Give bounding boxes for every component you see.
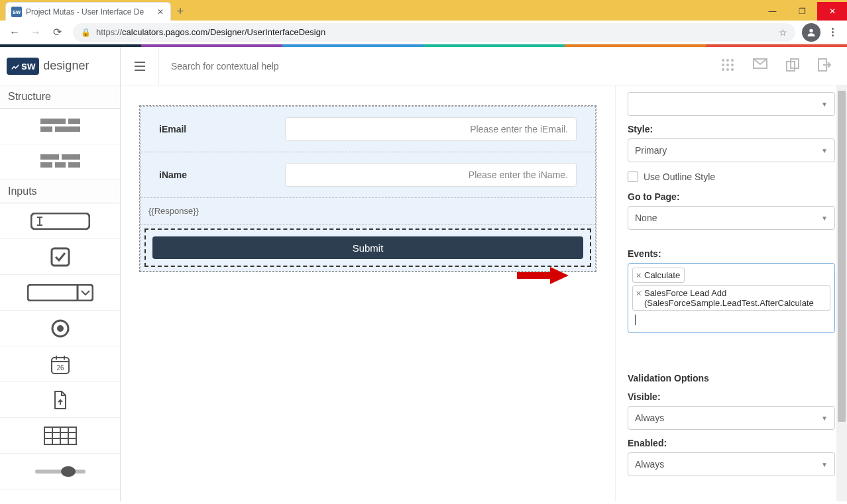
submit-button[interactable]: Submit (152, 236, 583, 259)
menu-toggle-button[interactable] (121, 47, 159, 85)
svg-rect-2 (68, 119, 80, 124)
svg-rect-48 (517, 272, 550, 279)
url-path: calculators.pagos.com/Designer/UserInter… (122, 27, 325, 37)
apps-grid-icon[interactable] (721, 58, 734, 74)
visible-select[interactable]: Always ▼ (628, 406, 835, 430)
palette-rows-1[interactable] (0, 109, 120, 144)
url-protocol: https:// (96, 27, 122, 37)
events-label: Events: (628, 248, 835, 259)
minimize-button[interactable]: — (758, 2, 787, 21)
events-input[interactable]: ✕ Calculate ✕ SalesForce Lead Add(SalesF… (628, 263, 835, 333)
gotopage-select[interactable]: None ▼ (628, 206, 835, 230)
panel-scrollbar-thumb[interactable] (838, 91, 846, 422)
top-empty-select[interactable]: ▼ (628, 92, 835, 116)
remove-event-icon[interactable]: ✕ (636, 288, 642, 298)
reload-button[interactable]: ⟳ (48, 23, 66, 42)
svg-rect-1 (40, 119, 66, 124)
chevron-down-icon: ▼ (821, 101, 828, 108)
svg-rect-30 (35, 470, 85, 474)
design-canvas[interactable]: iEmail Please enter the iEmail. iName Pl… (121, 85, 615, 501)
event-tag-calculate[interactable]: ✕ Calculate (632, 268, 685, 283)
svg-rect-8 (55, 162, 66, 168)
browser-menu-button[interactable] (823, 23, 842, 42)
chevron-down-icon: ▼ (821, 215, 828, 222)
style-select[interactable]: Primary ▼ (628, 138, 835, 162)
enabled-select[interactable]: Always ▼ (628, 452, 835, 476)
svg-point-0 (809, 28, 813, 32)
svg-point-37 (731, 59, 734, 62)
palette-slider[interactable] (0, 454, 120, 489)
palette-datepicker[interactable]: 26 (0, 346, 120, 382)
annotation-arrow-icon (517, 266, 570, 284)
palette-dropdown[interactable] (0, 275, 120, 311)
palette-table[interactable] (0, 418, 120, 454)
palette-textinput[interactable] (0, 203, 120, 239)
lock-icon: 🔒 (81, 28, 91, 37)
iname-input[interactable]: Please enter the iName. (285, 163, 577, 187)
chevron-down-icon: ▼ (821, 147, 828, 154)
svg-marker-49 (550, 267, 569, 284)
outline-style-checkbox-row[interactable]: Use Outline Style (628, 172, 835, 182)
chevron-down-icon: ▼ (821, 415, 828, 422)
response-row[interactable]: {{Response}} (141, 198, 595, 225)
events-text-cursor[interactable] (631, 312, 832, 330)
back-button[interactable]: ← (5, 23, 24, 42)
properties-panel: ▼ Style: Primary ▼ Use Outline Style Go … (615, 85, 847, 501)
form-row-iname[interactable]: iName Please enter the iName. (141, 152, 595, 198)
logout-icon[interactable] (818, 58, 831, 74)
logo-badge: sw (7, 58, 39, 75)
palette-fileupload[interactable] (0, 382, 120, 418)
tab-close-icon[interactable]: ✕ (156, 7, 165, 17)
form-container[interactable]: iEmail Please enter the iEmail. iName Pl… (139, 105, 596, 272)
submit-row[interactable]: Submit (141, 225, 595, 271)
remove-event-icon[interactable]: ✕ (636, 270, 642, 280)
svg-point-18 (57, 325, 64, 332)
svg-point-40 (731, 64, 734, 66)
logo-text: designer (43, 59, 89, 73)
close-window-button[interactable]: ✕ (817, 2, 847, 21)
help-search[interactable] (159, 60, 721, 72)
gotopage-label: Go to Page: (628, 191, 835, 202)
svg-point-43 (731, 68, 734, 71)
svg-text:26: 26 (56, 364, 64, 372)
bookmark-star-icon[interactable]: ☆ (779, 27, 787, 38)
new-tab-button[interactable]: + (171, 2, 190, 21)
panel-scrollbar-track[interactable] (836, 85, 847, 501)
event-tag-salesforce[interactable]: ✕ SalesForce Lead Add(SalesForceSample.L… (632, 285, 830, 311)
iname-label: iName (159, 170, 272, 180)
style-label: Style: (628, 124, 835, 134)
tab-favicon: sw (11, 7, 22, 17)
maximize-button[interactable]: ❐ (787, 2, 817, 21)
svg-point-39 (726, 64, 729, 66)
validation-header: Validation Options (628, 373, 835, 383)
svg-rect-3 (40, 126, 52, 132)
svg-rect-14 (52, 248, 69, 266)
app-topbar (121, 47, 847, 85)
palette-radio[interactable] (0, 311, 120, 346)
window-controls: — ❐ ✕ (758, 2, 847, 21)
iemail-label: iEmail (159, 124, 272, 134)
svg-rect-6 (62, 154, 80, 160)
outline-checkbox[interactable] (628, 172, 638, 182)
chevron-down-icon: ▼ (821, 461, 828, 468)
mail-icon[interactable] (753, 58, 767, 74)
svg-rect-5 (40, 154, 59, 160)
svg-rect-9 (68, 162, 80, 168)
tab-title: Project Mutas - User Interface De (26, 7, 156, 17)
palette-rows-2[interactable] (0, 144, 120, 180)
browser-tab[interactable]: sw Project Mutas - User Interface De ✕ (5, 2, 171, 21)
iemail-input[interactable]: Please enter the iEmail. (285, 117, 577, 141)
copy-icon[interactable] (786, 58, 799, 74)
palette-checkbox[interactable] (0, 239, 120, 275)
profile-avatar-button[interactable] (802, 23, 820, 42)
url-bar[interactable]: 🔒 https://calculators.pagos.com/Designer… (73, 23, 795, 42)
svg-point-36 (726, 59, 729, 62)
window-titlebar: sw Project Mutas - User Interface De ✕ +… (0, 0, 847, 21)
help-search-input[interactable] (171, 61, 709, 72)
inputs-header: Inputs (0, 180, 120, 203)
svg-rect-7 (40, 162, 52, 168)
svg-point-42 (726, 68, 729, 71)
form-row-iemail[interactable]: iEmail Please enter the iEmail. (141, 107, 595, 152)
svg-point-41 (722, 68, 724, 71)
enabled-label: Enabled: (628, 438, 835, 448)
